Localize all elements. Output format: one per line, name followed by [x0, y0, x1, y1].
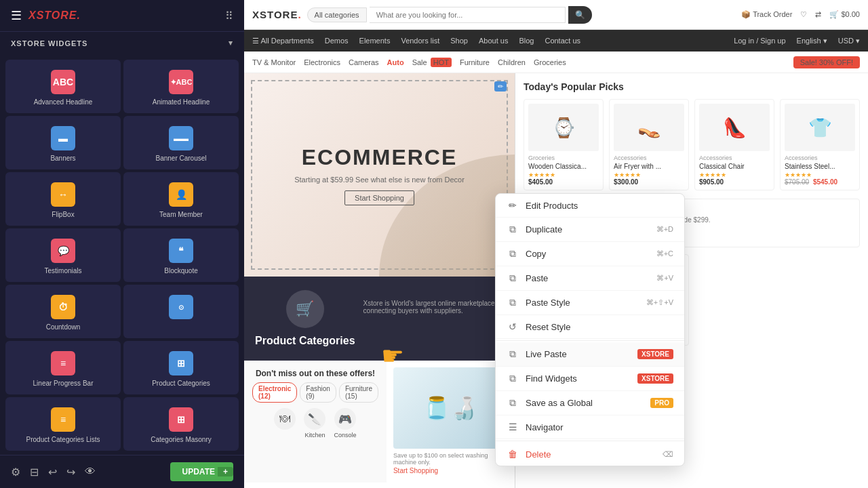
widget-animated-headline[interactable]: ✦ABC Animated Headline — [123, 60, 239, 113]
ctx-navigator[interactable]: ☰ Navigator — [496, 415, 684, 439]
hero-sub: Starting at $59.99 See what else is new … — [294, 176, 465, 184]
start-shopping-link[interactable]: Start Shopping — [393, 467, 508, 474]
site-content-row: Don't miss out on these offers! Electron… — [244, 361, 515, 483]
widget-product-cat-lists[interactable]: ≡ Product Categories Lists — [5, 397, 121, 451]
nav-language[interactable]: English ▾ — [797, 37, 827, 45]
cat-tab-furniture[interactable]: Furniture (15) — [339, 382, 378, 403]
cart-icon[interactable]: 🛒 $0.00 — [829, 10, 860, 19]
ctx-paste[interactable]: ⧉ Paste ⌘+V — [496, 266, 684, 291]
popular-title: Today's Popular Picks — [524, 81, 860, 92]
widget-linear-progress[interactable]: ≡ Linear Progress Bar — [5, 341, 121, 394]
widget-flipbox[interactable]: ↔ FlipBox — [5, 172, 121, 226]
cat-cameras[interactable]: Cameras — [349, 58, 379, 66]
cat-tv[interactable]: TV & Monitor — [252, 58, 296, 66]
eye-icon[interactable]: 👁 — [85, 466, 96, 478]
update-button[interactable]: UPDATE + — [170, 462, 233, 481]
hero-btn[interactable]: Start Shopping — [344, 190, 414, 205]
product-cat-2: Accessories — [614, 155, 684, 161]
ctx-live-paste-left: ⧉ Live Paste — [507, 348, 567, 360]
product-image-3: 👠 — [699, 104, 770, 151]
widget-countdown[interactable]: ⏱ Countdown — [5, 285, 121, 338]
nav-currency[interactable]: USD ▾ — [838, 37, 860, 45]
widget-empty[interactable]: ⊙ — [123, 285, 239, 338]
paste-icon: ⧉ — [507, 272, 519, 284]
cat-sale[interactable]: Sale HOT — [412, 58, 452, 66]
widget-team-member[interactable]: 👤 Team Member — [123, 172, 239, 226]
ctx-find-widgets[interactable]: ⧉ Find Widgets XSTORE — [496, 367, 684, 391]
widget-advanced-headline[interactable]: ABC Advanced Headline — [5, 60, 121, 113]
paste-style-icon: ⧉ — [507, 297, 519, 308]
nav-demos[interactable]: Demos — [325, 37, 349, 45]
widget-label: Testimonials — [44, 267, 81, 274]
product-card-3[interactable]: 👠 Accessories Classical Chair ★★★★★ $905… — [694, 99, 774, 190]
widget-product-categories[interactable]: ⊞ Product Categories — [123, 341, 239, 394]
product-card-1[interactable]: ⌚ Groceries Wooden Classica... ★★★★★ $40… — [524, 99, 604, 190]
compare-icon[interactable]: ⇄ — [815, 10, 821, 19]
ctx-copy[interactable]: ⧉ Copy ⌘+C — [496, 242, 684, 266]
nav-vendors[interactable]: Vendors list — [401, 37, 439, 45]
nav-shop[interactable]: Shop — [450, 37, 468, 45]
redo-icon[interactable]: ↪ — [66, 466, 75, 479]
cat-children[interactable]: Children — [498, 58, 526, 66]
product-price-3: $905.00 — [699, 178, 770, 186]
widget-icon: 💬 — [51, 239, 75, 263]
layers-icon[interactable]: ⊟ — [30, 466, 39, 479]
cat-auto[interactable]: Auto — [387, 58, 404, 66]
product-card-4[interactable]: 👕 Accessories Stainless Steel... ★★★★★ $… — [780, 99, 860, 190]
track-order-link[interactable]: 📦 Track Order — [741, 10, 792, 19]
duplicate-icon: ⧉ — [507, 224, 519, 235]
widget-banner-carousel[interactable]: ▬▬ Banner Carousel — [123, 116, 239, 169]
chevron-down-icon[interactable]: ▾ — [229, 39, 233, 47]
ctx-paste-style-shortcut: ⌘+⇧+V — [646, 298, 673, 307]
nav-elements[interactable]: Elements — [359, 37, 391, 45]
product-cat-desc: Xstore is World's largest online marketp… — [363, 300, 504, 314]
edit-icon-top[interactable]: ✏ — [494, 81, 507, 92]
sale-banner[interactable]: Sale! 30% OFF! — [793, 56, 860, 68]
settings-icon[interactable]: ⚙ — [11, 466, 20, 479]
nav-about[interactable]: About us — [479, 37, 508, 45]
xstore-cats: TV & Monitor Electronics Cameras Auto Sa… — [244, 52, 868, 73]
ctx-paste-left: ⧉ Paste — [507, 272, 548, 284]
ctx-divider-1 — [496, 340, 684, 341]
ctx-paste-style[interactable]: ⧉ Paste Style ⌘+⇧+V — [496, 291, 684, 315]
console-label: Console — [334, 432, 356, 439]
nav-contact[interactable]: Contact us — [545, 37, 580, 45]
product-card-2[interactable]: 👡 Accessories Air Fryer with ... ★★★★★ $… — [609, 99, 689, 190]
nav-all-departments[interactable]: ☰ All Departments — [252, 37, 314, 45]
cat-electronics[interactable]: Electronics — [304, 58, 340, 66]
save-icon: ⧉ — [507, 397, 519, 409]
ctx-copy-shortcut: ⌘+C — [656, 249, 673, 258]
widget-blockquote[interactable]: ❝ Blockquote — [123, 228, 239, 282]
widgets-header: XSTORE WIDGETS ▾ — [0, 32, 244, 54]
search-button[interactable]: 🔍 — [568, 6, 592, 24]
cat-tab-electronic[interactable]: Electronic (12) — [252, 382, 297, 403]
ctx-delete[interactable]: 🗑 Delete ⌫ — [496, 443, 684, 466]
nav-blog[interactable]: Blog — [519, 37, 534, 45]
ctx-live-paste[interactable]: ⧉ Live Paste XSTORE — [496, 342, 684, 367]
cat-groceries[interactable]: Groceries — [534, 58, 566, 66]
search-input[interactable] — [370, 7, 566, 23]
hamburger-icon[interactable]: ☰ — [11, 8, 22, 23]
widget-categories-masonry[interactable]: ⊞ Categories Masonry — [123, 397, 239, 451]
widget-testimonials[interactable]: 💬 Testimonials — [5, 228, 121, 282]
cat-furniture[interactable]: Furniture — [460, 58, 490, 66]
navigator-icon: ☰ — [507, 422, 519, 432]
ctx-duplicate[interactable]: ⧉ Duplicate ⌘+D — [496, 218, 684, 242]
wishlist-icon[interactable]: ♡ — [800, 10, 807, 19]
ctx-save-global[interactable]: ⧉ Save as a Global PRO — [496, 391, 684, 415]
category-select[interactable]: All categories — [307, 7, 367, 22]
nav-login[interactable]: Log in / Sign up — [734, 37, 785, 45]
grid-icon[interactable]: ⠿ — [225, 9, 233, 22]
ctx-paste-label: Paste — [526, 273, 548, 283]
ctx-reset-style[interactable]: ↺ Reset Style — [496, 315, 684, 339]
ctx-edit-products[interactable]: ✏ Edit Products — [496, 194, 684, 218]
site-left: ✏ ECOMMERCE Starting at $59.99 See what … — [244, 73, 515, 488]
widget-label: Categories Masonry — [151, 436, 211, 443]
widget-banners[interactable]: ▬ Banners — [5, 116, 121, 169]
widget-label: Countdown — [46, 323, 81, 331]
new-price-4: $545.00 — [813, 178, 837, 186]
cat-tab-fashion[interactable]: Fashion (9) — [300, 382, 336, 403]
widget-icon: ⏱ — [51, 295, 75, 319]
undo-icon[interactable]: ↩ — [48, 466, 57, 479]
ctx-copy-label: Copy — [526, 249, 546, 259]
